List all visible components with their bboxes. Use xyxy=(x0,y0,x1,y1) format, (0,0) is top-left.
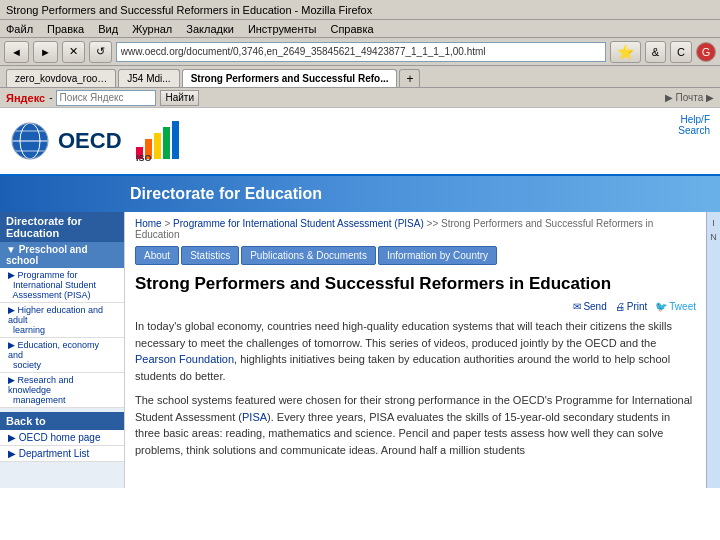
tweet-link[interactable]: 🐦 Tweet xyxy=(655,301,696,312)
menu-edit[interactable]: Правка xyxy=(47,23,84,35)
breadcrumb-home[interactable]: Home xyxy=(135,218,162,229)
page-content: OECD ISO Help/F Search Directorate for E… xyxy=(0,108,720,488)
body-paragraph-1: In today's global economy, countries nee… xyxy=(135,320,672,349)
sidebar-item-research[interactable]: ▶ Research and knowledge management xyxy=(0,373,124,408)
browser-menubar: Файл Правка Вид Журнал Закладки Инструме… xyxy=(0,20,720,38)
blue-banner: Directorate for Education xyxy=(0,176,720,212)
sidebar-back-section: Back to xyxy=(0,412,124,430)
tab-information-country[interactable]: Information by Country xyxy=(378,246,497,265)
toolbar-btn-2[interactable]: & xyxy=(645,41,666,63)
body-text-1: In today's global economy, countries nee… xyxy=(135,318,696,384)
directorate-title: Directorate for Education xyxy=(130,185,322,203)
sidebar-back-oecd-home[interactable]: ▶ OECD home page xyxy=(0,430,124,446)
browser-titlebar: Strong Performers and Successful Reforme… xyxy=(0,0,720,20)
oecd-brand-text: OECD xyxy=(58,128,122,154)
sidebar-section-education[interactable]: Directorate forEducation xyxy=(0,212,124,242)
sub-nav: About Statistics Publications & Document… xyxy=(135,246,696,265)
tab-bar: zero_kovdova_roo… J54 Мdi... Strong Perf… xyxy=(0,66,720,88)
sidebar-item-pisa[interactable]: ▶ Programme for International Student As… xyxy=(0,268,124,303)
header-help-area: Help/F Search xyxy=(678,114,710,136)
svg-rect-11 xyxy=(172,121,179,159)
yandex-search-input[interactable] xyxy=(56,90,156,106)
action-bar: ✉ Send 🖨 Print 🐦 Tweet xyxy=(135,301,696,312)
svg-rect-9 xyxy=(154,133,161,159)
pearson-link[interactable]: Pearson Foundation xyxy=(135,353,234,365)
sidebar-item-higher-ed[interactable]: ▶ Higher education and adult learning xyxy=(0,303,124,338)
tab-about[interactable]: About xyxy=(135,246,179,265)
print-link[interactable]: 🖨 Print xyxy=(615,301,648,312)
breadcrumb: Home > Programme for International Stude… xyxy=(135,218,696,240)
right-strip-item-2: N xyxy=(707,230,720,244)
tab-3-active[interactable]: Strong Performers and Successful Refo... xyxy=(182,69,398,87)
menu-file[interactable]: Файл xyxy=(6,23,33,35)
toolbar-btn-4[interactable]: G xyxy=(696,42,716,62)
menu-bookmarks[interactable]: Закладки xyxy=(186,23,234,35)
browser-toolbar: ◄ ► ✕ ↺ ⭐ & C G xyxy=(0,38,720,66)
tab-add-button[interactable]: + xyxy=(399,69,420,87)
content-area: Home > Programme for International Stude… xyxy=(125,212,706,488)
tab-statistics[interactable]: Statistics xyxy=(181,246,239,265)
yandex-search-button[interactable]: Найти xyxy=(160,90,199,106)
tab-1[interactable]: zero_kovdova_roo… xyxy=(6,69,116,87)
help-link[interactable]: Help/F xyxy=(678,114,710,125)
send-link[interactable]: ✉ Send xyxy=(573,301,606,312)
menu-journal[interactable]: Журнал xyxy=(132,23,172,35)
menu-help[interactable]: Справка xyxy=(330,23,373,35)
page-title: Strong Performers and Successful Reforme… xyxy=(135,273,696,295)
go-button[interactable]: ⭐ xyxy=(610,41,641,63)
svg-text:ISO: ISO xyxy=(136,153,152,163)
menu-view[interactable]: Вид xyxy=(98,23,118,35)
window-title: Strong Performers and Successful Reforme… xyxy=(6,4,372,16)
tab-publications[interactable]: Publications & Documents xyxy=(241,246,376,265)
search-bar-separator: - xyxy=(49,92,52,103)
sidebar-subsection-preschool[interactable]: ▼ Preschool and school xyxy=(0,242,124,268)
svg-rect-10 xyxy=(163,127,170,159)
tab-2[interactable]: J54 Мdi... xyxy=(118,69,179,87)
address-bar[interactable] xyxy=(116,42,606,62)
sidebar-item-economy[interactable]: ▶ Education, economy and society xyxy=(0,338,124,373)
refresh-button[interactable]: ↺ xyxy=(89,41,112,63)
toolbar-btn-3[interactable]: C xyxy=(670,41,692,63)
sidebar-back-dept[interactable]: ▶ Department List xyxy=(0,446,124,462)
search-link[interactable]: Search xyxy=(678,125,710,136)
back-button[interactable]: ◄ xyxy=(4,41,29,63)
sidebar: Directorate forEducation ▼ Preschool and… xyxy=(0,212,125,488)
tweet-icon: 🐦 xyxy=(655,301,667,312)
pisa-link[interactable]: PISA xyxy=(242,411,267,423)
search-bar: Яндекс - Найти ▶ Почта ▶ xyxy=(0,88,720,108)
forward-button[interactable]: ► xyxy=(33,41,58,63)
send-icon: ✉ xyxy=(573,301,581,312)
main-layout: Directorate forEducation ▼ Preschool and… xyxy=(0,212,720,488)
body-text-2: The school systems featured were chosen … xyxy=(135,392,696,458)
toolbar-icons: ▶ Почта ▶ xyxy=(665,92,714,103)
iso-logo-icon: ISO xyxy=(134,119,184,163)
menu-tools[interactable]: Инструменты xyxy=(248,23,317,35)
print-icon: 🖨 xyxy=(615,301,625,312)
yandex-logo: Яндекс xyxy=(6,92,45,104)
right-strip: I N xyxy=(706,212,720,488)
oecd-logo-area: OECD ISO xyxy=(10,119,184,163)
oecd-header: OECD ISO Help/F Search xyxy=(0,108,720,176)
stop-button[interactable]: ✕ xyxy=(62,41,85,63)
breadcrumb-pisa[interactable]: Programme for International Student Asse… xyxy=(173,218,424,229)
right-strip-item-1: I xyxy=(707,216,720,230)
oecd-globe-icon xyxy=(10,121,50,161)
